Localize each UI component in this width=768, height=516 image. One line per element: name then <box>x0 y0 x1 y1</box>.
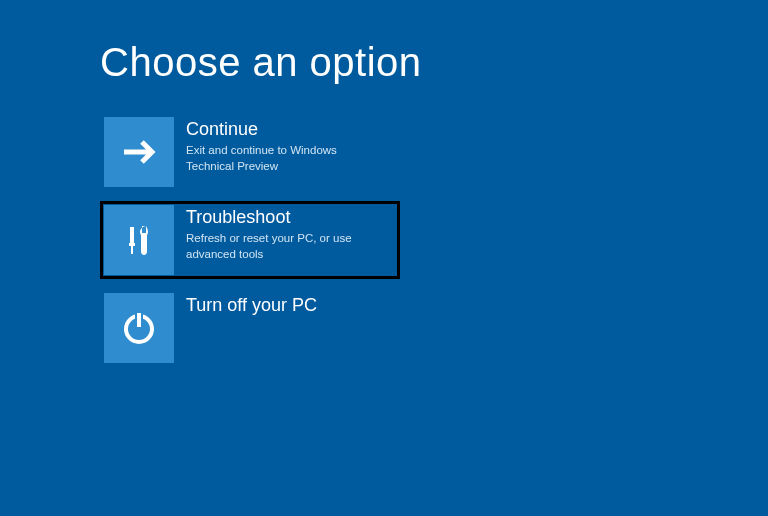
arrow-right-icon <box>104 117 174 187</box>
page-title: Choose an option <box>100 40 768 85</box>
svg-rect-1 <box>129 243 135 246</box>
continue-title: Continue <box>186 119 396 140</box>
continue-text: Continue Exit and continue to Windows Te… <box>174 117 396 174</box>
continue-desc: Exit and continue to Windows Technical P… <box>186 143 366 174</box>
troubleshoot-option[interactable]: Troubleshoot Refresh or reset your PC, o… <box>100 201 400 279</box>
recovery-options-screen: Choose an option Continue Exit and conti… <box>0 0 768 367</box>
troubleshoot-title: Troubleshoot <box>186 207 396 228</box>
svg-rect-2 <box>131 246 133 254</box>
turn-off-text: Turn off your PC <box>174 293 396 319</box>
svg-rect-0 <box>130 227 134 243</box>
tools-icon <box>104 205 174 275</box>
turn-off-title: Turn off your PC <box>186 295 396 316</box>
power-icon <box>104 293 174 363</box>
troubleshoot-desc: Refresh or reset your PC, or use advance… <box>186 231 366 262</box>
troubleshoot-text: Troubleshoot Refresh or reset your PC, o… <box>174 205 396 262</box>
continue-option[interactable]: Continue Exit and continue to Windows Te… <box>100 113 400 191</box>
turn-off-option[interactable]: Turn off your PC <box>100 289 400 367</box>
